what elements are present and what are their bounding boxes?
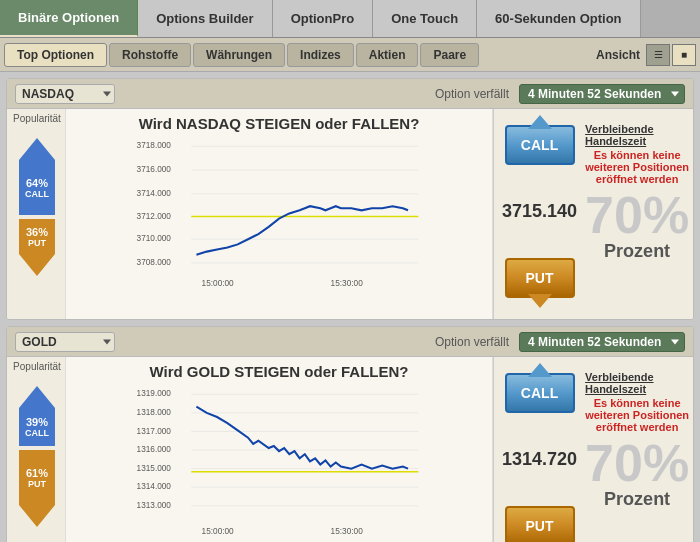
call-button-nasdaq[interactable]: CALL: [505, 125, 575, 165]
chart-svg-gold: 1319.000 1318.000 1317.000 1316.000 1315…: [70, 384, 488, 542]
svg-text:3712.000: 3712.000: [137, 212, 172, 221]
put-arrow-down-icon: [19, 254, 55, 276]
remaining-header-nasdaq: Verbleibende Handelszeit: [585, 123, 689, 147]
call-put-buttons-gold: CALL 1314.720 PUT: [502, 365, 577, 542]
view-icons: Ansicht ☰ ■: [596, 44, 696, 66]
remaining-header-gold: Verbleibende Handelszeit: [585, 371, 689, 395]
option-card-gold: GOLD Option verfällt 4 Minuten 52 Sekund…: [6, 326, 694, 542]
subtab-rohstoffe[interactable]: Rohstoffe: [109, 43, 191, 67]
chart-area-nasdaq: 3718.000 3716.000 3714.000 3712.000 3710…: [70, 136, 488, 296]
time-select-gold[interactable]: 4 Minuten 52 Sekunden: [519, 332, 685, 352]
right-content-nasdaq: CALL 3715.140 PUT Verbleibende Handelsze…: [502, 117, 685, 298]
sub-tabs: Top Optionen Rohstoffe Währungen Indizes…: [0, 38, 700, 72]
time-select-nasdaq[interactable]: 4 Minuten 52 Sekunden: [519, 84, 685, 104]
put-popularity-bar-gold: 61% PUT: [19, 450, 55, 505]
svg-text:1316.000: 1316.000: [137, 445, 172, 454]
card-header-gold: GOLD Option verfällt 4 Minuten 52 Sekund…: [7, 327, 693, 357]
call-button-gold[interactable]: CALL: [505, 373, 575, 413]
popularity-label-gold: Popularität: [13, 361, 61, 372]
call-popularity-bar-gold: 39% CALL: [19, 408, 55, 446]
card-body-gold: Popularität 39% CALL 61% PUT: [7, 357, 693, 542]
call-arrow-up-icon: [19, 138, 55, 160]
top-tabs: Binäre Optionen Options Builder OptionPr…: [0, 0, 700, 38]
chart-col-nasdaq: Wird NASDAQ STEIGEN oder FALLEN? 3718.00…: [65, 109, 493, 319]
svg-text:15:30:00: 15:30:00: [331, 527, 364, 536]
put-button-nasdaq[interactable]: PUT: [505, 258, 575, 298]
big-percent-nasdaq: 70%: [585, 189, 689, 241]
put-arrow-down-gold-icon: [19, 505, 55, 527]
call-section: CALL: [505, 125, 575, 165]
popularity-label: Popularität: [13, 113, 61, 124]
svg-text:1319.000: 1319.000: [137, 389, 172, 398]
time-select-wrapper-nasdaq: 4 Minuten 52 Sekunden: [519, 84, 685, 104]
chart-area-gold: 1319.000 1318.000 1317.000 1316.000 1315…: [70, 384, 488, 542]
svg-text:1313.000: 1313.000: [137, 501, 172, 510]
chart-svg-nasdaq: 3718.000 3716.000 3714.000 3712.000 3710…: [70, 136, 488, 296]
popularity-col-nasdaq: Popularität 64% CALL 36% PUT: [7, 109, 65, 319]
put-section: PUT: [505, 258, 575, 298]
tab-60-sekunden[interactable]: 60-Sekunden Option: [477, 0, 640, 37]
subtab-paare[interactable]: Paare: [420, 43, 479, 67]
view-grid-button[interactable]: ■: [672, 44, 696, 66]
svg-text:3708.000: 3708.000: [137, 258, 172, 267]
prozent-label-gold: Prozent: [604, 489, 670, 510]
tab-one-touch[interactable]: One Touch: [373, 0, 477, 37]
right-content-gold: CALL 1314.720 PUT Verbleibende Handelsze…: [502, 365, 685, 542]
right-info-nasdaq: Verbleibende Handelszeit Es können keine…: [585, 117, 689, 262]
svg-text:15:30:00: 15:30:00: [331, 279, 364, 288]
option-card-nasdaq: NASDAQ Option verfällt 4 Minuten 52 Seku…: [6, 78, 694, 320]
call-put-buttons: CALL 3715.140 PUT: [502, 117, 577, 298]
put-section-gold: PUT: [505, 506, 575, 542]
asset-select-gold[interactable]: GOLD: [15, 332, 115, 352]
svg-text:15:00:00: 15:00:00: [202, 527, 235, 536]
subtab-top-optionen[interactable]: Top Optionen: [4, 43, 107, 67]
call-arrow-up-gold-icon: [19, 386, 55, 408]
svg-text:15:00:00: 15:00:00: [202, 279, 235, 288]
svg-text:1317.000: 1317.000: [137, 427, 172, 436]
big-percent-gold: 70%: [585, 437, 689, 489]
asset-select-wrapper: NASDAQ: [15, 84, 115, 104]
tab-binaere-optionen[interactable]: Binäre Optionen: [0, 0, 138, 37]
time-select-wrapper-gold: 4 Minuten 52 Sekunden: [519, 332, 685, 352]
card-header-nasdaq: NASDAQ Option verfällt 4 Minuten 52 Seku…: [7, 79, 693, 109]
prozent-label-nasdaq: Prozent: [604, 241, 670, 262]
svg-text:3718.000: 3718.000: [137, 141, 172, 150]
right-panel-nasdaq: CALL 3715.140 PUT Verbleibende Handelsze…: [493, 109, 693, 319]
asset-select-nasdaq[interactable]: NASDAQ: [15, 84, 115, 104]
put-button-gold[interactable]: PUT: [505, 506, 575, 542]
no-positions-gold: Es können keine weiteren Positionen eröf…: [585, 397, 689, 433]
chart-title-gold: Wird GOLD STEIGEN oder FALLEN?: [70, 363, 488, 380]
right-panel-gold: CALL 1314.720 PUT Verbleibende Handelsze…: [493, 357, 693, 542]
chart-title-nasdaq: Wird NASDAQ STEIGEN oder FALLEN?: [70, 115, 488, 132]
view-label: Ansicht: [596, 48, 640, 62]
price-value-nasdaq: 3715.140: [502, 201, 577, 222]
call-popularity-bar: 64% CALL: [19, 160, 55, 215]
tab-optionpro[interactable]: OptionPro: [273, 0, 374, 37]
svg-text:1314.000: 1314.000: [137, 482, 172, 491]
expiry-label-gold: Option verfällt: [435, 335, 509, 349]
svg-text:3716.000: 3716.000: [137, 165, 172, 174]
svg-text:3710.000: 3710.000: [137, 234, 172, 243]
svg-text:1315.000: 1315.000: [137, 464, 172, 473]
subtab-indizes[interactable]: Indizes: [287, 43, 354, 67]
card-body-nasdaq: Popularität 64% CALL 36% PUT: [7, 109, 693, 319]
chart-col-gold: Wird GOLD STEIGEN oder FALLEN? 1319.000 …: [65, 357, 493, 542]
call-section-gold: CALL: [505, 373, 575, 413]
right-info-gold: Verbleibende Handelszeit Es können keine…: [585, 365, 689, 510]
svg-text:3714.000: 3714.000: [137, 189, 172, 198]
popularity-col-gold: Popularität 39% CALL 61% PUT: [7, 357, 65, 542]
no-positions-nasdaq: Es können keine weiteren Positionen eröf…: [585, 149, 689, 185]
view-list-button[interactable]: ☰: [646, 44, 670, 66]
subtab-aktien[interactable]: Aktien: [356, 43, 419, 67]
tab-options-builder[interactable]: Options Builder: [138, 0, 273, 37]
expiry-label-nasdaq: Option verfällt: [435, 87, 509, 101]
asset-select-wrapper-gold: GOLD: [15, 332, 115, 352]
svg-text:1318.000: 1318.000: [137, 408, 172, 417]
price-value-gold: 1314.720: [502, 449, 577, 470]
put-popularity-bar: 36% PUT: [19, 219, 55, 254]
subtab-waehrungen[interactable]: Währungen: [193, 43, 285, 67]
